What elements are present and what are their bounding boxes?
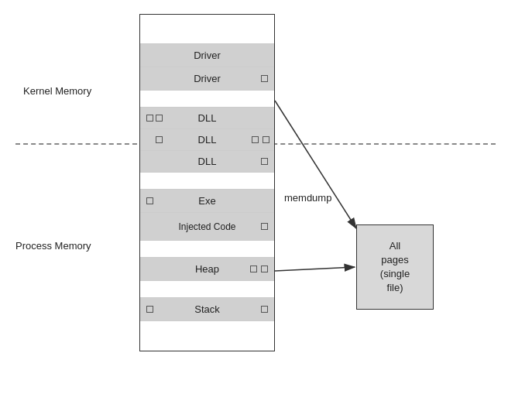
injected-code-label: Injected Code bbox=[178, 221, 235, 232]
dll3-label: DLL bbox=[198, 156, 217, 167]
dll2-right-sq bbox=[252, 136, 259, 143]
dll1-block: DLL bbox=[140, 108, 274, 129]
dll2-label: DLL bbox=[198, 134, 217, 146]
dll3-block: DLL bbox=[140, 151, 274, 173]
injected-right-sq bbox=[261, 223, 268, 230]
dll1-left-sq bbox=[146, 115, 153, 122]
driver1-block: Driver bbox=[140, 44, 274, 67]
driver2-block: Driver bbox=[140, 67, 274, 91]
dll3-right-sq bbox=[261, 158, 268, 165]
exe-label: Exe bbox=[198, 195, 215, 207]
stack-label: Stack bbox=[194, 303, 220, 315]
gap1-block bbox=[140, 91, 274, 108]
svg-line-1 bbox=[275, 267, 355, 271]
dll2-right-sq2 bbox=[263, 136, 269, 143]
driver2-label: Driver bbox=[194, 73, 221, 84]
all-pages-box: Allpages(singlefile) bbox=[356, 224, 434, 310]
memory-column: Driver Driver DLL DLL DLL bbox=[139, 14, 275, 351]
kernel-memory-label: Kernel Memory bbox=[23, 85, 91, 97]
heap-label: Heap bbox=[195, 263, 219, 275]
heap-sq2 bbox=[261, 266, 268, 272]
stack-left-sq bbox=[146, 306, 153, 313]
dll2-left-sq bbox=[156, 136, 163, 143]
stack-right-sq bbox=[261, 306, 268, 313]
gap4-block bbox=[140, 281, 274, 298]
injected-code-block: Injected Code bbox=[140, 213, 274, 241]
stack-block: Stack bbox=[140, 298, 274, 321]
exe-left-sq bbox=[146, 197, 153, 204]
driver2-sq bbox=[261, 75, 268, 82]
dll1-label: DLL bbox=[198, 112, 217, 124]
memdump-label: memdump bbox=[284, 192, 331, 204]
driver1-label: Driver bbox=[194, 50, 221, 61]
process-memory-label: Process Memory bbox=[15, 240, 91, 252]
all-pages-text: Allpages(singlefile) bbox=[380, 239, 410, 296]
empty-bottom-block bbox=[140, 321, 274, 351]
dll2-block: DLL bbox=[140, 129, 274, 151]
gap2-block bbox=[140, 173, 274, 190]
heap-sq1 bbox=[250, 266, 257, 272]
dll1-left-sq2 bbox=[156, 115, 163, 122]
gap3-block bbox=[140, 241, 274, 258]
empty-top-block bbox=[140, 15, 274, 44]
exe-block: Exe bbox=[140, 190, 274, 213]
diagram: Kernel Memory Process Memory Driver Driv… bbox=[0, 0, 532, 394]
heap-block: Heap bbox=[140, 258, 274, 281]
